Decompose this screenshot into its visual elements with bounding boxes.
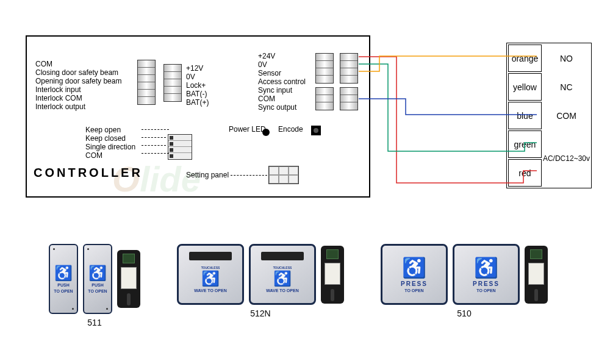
button-text-to-open: TO OPEN <box>88 289 107 294</box>
label-sync-input: Sync input <box>258 86 306 95</box>
label-sync-output: Sync output <box>258 103 306 112</box>
button-text-push: PUSH <box>57 283 69 288</box>
label-0v-1: 0V <box>186 73 209 81</box>
wire-terminal-green: green <box>508 130 542 158</box>
controller-title: CONTROLLER <box>34 166 143 180</box>
dip-switch <box>168 134 192 160</box>
wire-terminal-table: orange NO yellow NC blue COM green AC/DC… <box>506 43 592 188</box>
label-keep-closed: Keep closed <box>85 134 135 143</box>
wire-function-acdc: AC/DC12~30v <box>543 130 590 187</box>
wheelchair-icon: ♿ <box>402 256 426 279</box>
product-group-510: ♿ PRESS TO OPEN ♿ PRESS TO OPEN 510 <box>381 244 548 327</box>
label-keep-open: Keep open <box>85 126 135 134</box>
button-text-to-open: TO OPEN <box>54 289 73 294</box>
wire-terminal-orange: orange <box>508 45 542 72</box>
label-encode: Encode <box>278 125 303 134</box>
wire-function-no: NO <box>543 45 590 72</box>
right-terminal-labels: +24V 0V Sensor Access control Sync input… <box>258 52 306 112</box>
label-com: COM <box>35 60 121 68</box>
button-text-press: PRESS <box>401 280 428 287</box>
wire-terminal-blue: blue <box>508 102 542 129</box>
right-terminal-block-c <box>340 53 358 84</box>
receiver-module-511 <box>117 250 140 308</box>
setting-panel-label-group: Setting panel <box>186 171 229 179</box>
right-terminal-block-d <box>340 87 358 110</box>
label-setting-panel: Setting panel <box>186 171 229 179</box>
touchless-sensor-bar <box>189 252 232 260</box>
wheelchair-icon: ♿ <box>88 265 107 282</box>
label-bat-neg: BAT(-) <box>186 90 209 98</box>
button-text-wave: WAVE TO OPEN <box>266 288 298 293</box>
left-terminal-block <box>137 60 156 105</box>
label-single-direction: Single direction <box>85 143 135 151</box>
button-text-press: PRESS <box>473 280 500 287</box>
power-led-indicator <box>262 126 270 137</box>
receiver-module-510 <box>525 246 548 304</box>
label-com-2: COM <box>258 95 306 103</box>
label-access-control: Access control <box>258 77 306 86</box>
wheelchair-icon: ♿ <box>273 270 292 287</box>
label-interlock-input: Interlock input <box>35 85 121 94</box>
wheelchair-icon: ♿ <box>474 256 498 279</box>
label-12v: +12V <box>186 64 209 73</box>
push-button-511-b: ♿ PUSH TO OPEN <box>83 244 112 314</box>
label-opening-beam: Opening door safety beam <box>35 77 121 85</box>
button-text-to-open: TO OPEN <box>404 288 423 293</box>
label-bat-pos: BAT(+) <box>186 98 209 107</box>
right-terminal-block-a <box>315 53 334 84</box>
label-sensor: Sensor <box>258 69 306 77</box>
product-label-510: 510 <box>457 309 471 318</box>
button-text-push: PUSH <box>92 283 103 288</box>
label-lock: Lock+ <box>186 81 209 90</box>
mid-terminal-block <box>163 64 182 102</box>
label-24v: +24V <box>258 52 306 60</box>
push-button-512n-b: TOUCHLESS ♿ WAVE TO OPEN <box>249 244 316 305</box>
touchless-sensor-bar <box>261 252 304 260</box>
wheelchair-icon: ♿ <box>54 265 73 282</box>
label-interlock-com: Interlock COM <box>35 94 121 102</box>
wheelchair-icon: ♿ <box>201 270 220 287</box>
setting-panel-connector <box>268 166 299 184</box>
wire-terminal-yellow: yellow <box>508 73 542 101</box>
push-button-512n-a: TOUCHLESS ♿ WAVE TO OPEN <box>177 244 244 305</box>
label-keep-com: COM <box>85 151 135 160</box>
wire-function-com: COM <box>543 102 590 129</box>
left-terminal-labels: COM Closing door safety beam Opening doo… <box>35 60 121 111</box>
label-0v-2: 0V <box>258 60 306 69</box>
keep-labels-group: Keep open Keep closed Single direction C… <box>85 126 135 160</box>
label-interlock-output: Interlock output <box>35 102 121 111</box>
button-text-wave: WAVE TO OPEN <box>194 288 226 293</box>
encode-label-group: Encode <box>278 125 303 134</box>
label-closing-beam: Closing door safety beam <box>35 68 121 77</box>
product-group-511: ♿ PUSH TO OPEN ♿ PUSH TO OPEN 511 <box>49 244 140 327</box>
push-button-510-a: ♿ PRESS TO OPEN <box>381 244 448 305</box>
button-text-to-open: TO OPEN <box>476 288 495 293</box>
receiver-module-512n <box>321 246 344 304</box>
wire-function-nc: NC <box>543 73 590 101</box>
right-terminal-block-b <box>315 87 334 110</box>
mid-terminal-labels: +12V 0V Lock+ BAT(-) BAT(+) <box>186 64 209 107</box>
encode-button <box>311 124 321 135</box>
push-button-511-a: ♿ PUSH TO OPEN <box>49 244 78 314</box>
wire-terminal-red: red <box>508 159 542 187</box>
power-led-label-group: Power LED <box>229 125 266 134</box>
push-button-510-b: ♿ PRESS TO OPEN <box>453 244 520 305</box>
product-label-512n: 512N <box>250 309 270 318</box>
product-row: ♿ PUSH TO OPEN ♿ PUSH TO OPEN 511 TOUCHL… <box>49 244 580 327</box>
label-power-led: Power LED <box>229 125 266 134</box>
product-label-511: 511 <box>87 318 101 327</box>
product-group-512n: TOUCHLESS ♿ WAVE TO OPEN TOUCHLESS ♿ WAV… <box>177 244 344 327</box>
